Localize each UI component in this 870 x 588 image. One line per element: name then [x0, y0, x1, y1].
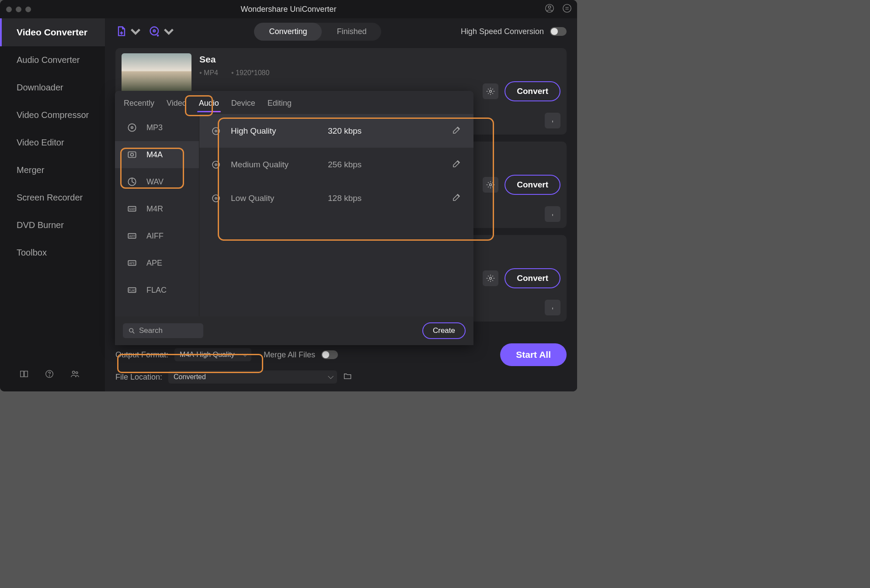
file-location-dropdown[interactable]: Converted: [168, 370, 337, 384]
add-disc-button[interactable]: [149, 25, 175, 38]
edit-icon[interactable]: [452, 158, 462, 171]
bottom-bar: Output Format: M4A-High Quality Merge Al…: [105, 337, 577, 391]
disc-icon: [211, 126, 221, 136]
merge-toggle[interactable]: [321, 350, 338, 359]
svg-point-39: [212, 161, 219, 168]
format-ape[interactable]: APEAPE: [115, 249, 199, 277]
info-icon[interactable]: [545, 300, 560, 315]
tab-finished[interactable]: Finished: [322, 23, 381, 41]
sidebar-item-label: Audio Converter: [17, 55, 80, 65]
app-title: Wondershare UniConverter: [0, 5, 577, 14]
format-wav[interactable]: WAV: [115, 168, 199, 195]
status-tabs: Converting Finished: [254, 23, 381, 41]
sidebar-item-label: Downloader: [17, 83, 63, 92]
folder-icon[interactable]: [343, 372, 352, 383]
format-m4r[interactable]: M4RM4R: [115, 195, 199, 222]
edit-icon[interactable]: [452, 125, 462, 137]
search-input[interactable]: Search: [123, 323, 203, 338]
sidebar-item-video-compressor[interactable]: Video Compressor: [0, 101, 105, 129]
help-icon[interactable]: [45, 369, 54, 381]
start-all-button[interactable]: Start All: [500, 343, 567, 366]
merge-label: Merge All Files: [264, 350, 315, 360]
convert-label: Convert: [517, 180, 548, 189]
output-format-dropdown[interactable]: M4A-High Quality: [174, 348, 251, 361]
svg-text:APE: APE: [129, 262, 136, 265]
popup-tab-audio[interactable]: Audio: [197, 97, 221, 112]
format-aiff[interactable]: AIFFAIFF: [115, 222, 199, 249]
sidebar-item-label: Screen Recorder: [17, 193, 83, 202]
popup-tab-device[interactable]: Device: [230, 97, 257, 112]
format-label: FLAC: [146, 286, 167, 295]
edit-icon[interactable]: [452, 192, 462, 204]
sidebar-item-merger[interactable]: Merger: [0, 156, 105, 184]
add-file-button[interactable]: [115, 25, 142, 38]
svg-point-12: [153, 30, 156, 32]
start-all-label: Start All: [516, 349, 551, 360]
format-m4a[interactable]: M4A: [115, 141, 199, 168]
settings-icon[interactable]: [483, 270, 498, 286]
sidebar-item-toolbox[interactable]: Toolbox: [0, 239, 105, 266]
format-flac[interactable]: FLACFLAC: [115, 277, 199, 304]
sidebar-item-audio-converter[interactable]: Audio Converter: [0, 46, 105, 74]
quality-rate: 128 kbps: [328, 194, 362, 203]
output-format-value: M4A-High Quality: [180, 351, 234, 358]
sidebar-item-video-converter[interactable]: Video Converter: [0, 18, 105, 46]
tab-converting[interactable]: Converting: [254, 23, 322, 41]
format-label: WAV: [146, 177, 164, 187]
account-icon[interactable]: [545, 3, 554, 15]
app-window: Wondershare UniConverter Video Converter…: [0, 0, 577, 391]
popup-tab-label: Editing: [268, 99, 292, 107]
popup-tab-editing[interactable]: Editing: [266, 97, 293, 112]
tab-label: Converting: [269, 27, 307, 36]
settings-icon[interactable]: [483, 177, 498, 193]
svg-point-6: [49, 376, 49, 376]
quality-rate: 256 kbps: [328, 160, 362, 169]
menu-icon[interactable]: [562, 3, 572, 15]
high-speed-label: High Speed Conversion: [461, 27, 544, 36]
svg-point-40: [215, 164, 217, 166]
create-label: Create: [433, 326, 455, 335]
sidebar-item-dvd-burner[interactable]: DVD Burner: [0, 211, 105, 239]
file-resolution: 1920*1080: [231, 69, 269, 77]
sidebar-item-video-editor[interactable]: Video Editor: [0, 129, 105, 156]
create-button[interactable]: Create: [422, 322, 466, 339]
popup-tab-label: Recently: [124, 99, 154, 107]
format-list: MP3 M4A WAV M4RM4R AIFFAIFF APEAPE FLACF…: [115, 112, 199, 316]
svg-point-1: [548, 6, 551, 8]
file-meta: MP4 1920*1080: [199, 69, 475, 77]
popup-tabs: Recently Video Audio Device Editing: [115, 91, 473, 112]
format-label: APE: [146, 259, 162, 268]
disc-icon: [211, 193, 221, 204]
svg-point-11: [150, 27, 159, 35]
popup-tab-label: Video: [167, 99, 187, 107]
sidebar-item-downloader[interactable]: Downloader: [0, 74, 105, 101]
popup-footer: Search Create: [115, 316, 473, 345]
high-speed-toggle[interactable]: [550, 27, 567, 36]
quality-medium[interactable]: Medium Quality 256 kbps: [199, 148, 473, 181]
quality-name: Medium Quality: [231, 160, 318, 169]
settings-icon[interactable]: [483, 83, 498, 99]
video-thumbnail[interactable]: [122, 53, 191, 97]
format-mp3[interactable]: MP3: [115, 114, 199, 141]
info-icon[interactable]: [545, 206, 560, 222]
svg-point-7: [73, 371, 75, 374]
popup-tab-video[interactable]: Video: [165, 97, 188, 112]
sidebar-item-screen-recorder[interactable]: Screen Recorder: [0, 184, 105, 211]
popup-tab-recently[interactable]: Recently: [122, 97, 156, 112]
convert-button[interactable]: Convert: [505, 175, 560, 195]
chevron-down-icon: [129, 25, 142, 38]
quality-high[interactable]: High Quality 320 kbps: [199, 114, 473, 148]
quality-low[interactable]: Low Quality 128 kbps: [199, 181, 473, 215]
svg-point-25: [131, 127, 133, 128]
users-icon[interactable]: [70, 369, 80, 381]
search-placeholder: Search: [139, 326, 163, 335]
convert-button[interactable]: Convert: [505, 81, 560, 101]
svg-point-27: [131, 153, 134, 156]
sidebar-item-label: Video Editor: [17, 138, 64, 147]
convert-button[interactable]: Convert: [505, 268, 560, 288]
format-label: MP3: [146, 123, 163, 132]
convert-label: Convert: [517, 273, 548, 283]
info-icon[interactable]: [545, 113, 560, 128]
book-icon[interactable]: [19, 369, 29, 381]
sidebar-item-label: Toolbox: [17, 248, 47, 257]
